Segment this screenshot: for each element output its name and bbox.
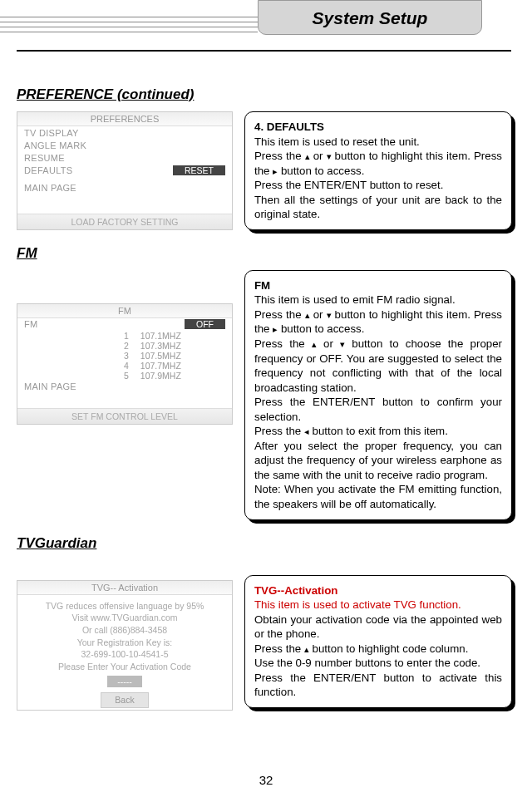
- header-lines: [0, 17, 258, 37]
- box-title: TVG--Activation: [254, 584, 337, 597]
- box-line: Press the ENTER/ENT button to activate t…: [254, 672, 502, 699]
- mock-title: TVG-- Activation: [17, 581, 232, 595]
- screenshot-preferences: PREFERENCES TV DISPLAY ANGLE MARK RESUME…: [17, 111, 233, 230]
- box-title: FM: [254, 279, 270, 292]
- tvg-line: 32-699-100-10-4541-5: [21, 648, 229, 661]
- section-heading-tvguardian: TVGuardian: [17, 535, 515, 552]
- page-number: 32: [0, 773, 532, 787]
- box-line: Press the ENTER/ENT button to reset.: [254, 179, 443, 191]
- mock-item: RESUME: [24, 153, 65, 163]
- tvg-code-field: -----: [107, 676, 141, 688]
- info-box-fm: FM This item is used to emit FM radio si…: [244, 270, 515, 524]
- mock-footer: LOAD FACTORY SETTING: [17, 214, 232, 229]
- box-line: Press the: [254, 150, 305, 162]
- tvg-back-button: Back: [101, 692, 148, 708]
- info-box-defaults: 4. DEFAULTS This item is used to reset t…: [244, 111, 515, 234]
- box-line: This item is used to reset the unit.: [254, 135, 420, 148]
- box-line: Use the 0-9 number buttons to enter the …: [254, 657, 480, 669]
- box-line: Obtain your activation code via the appo…: [254, 613, 502, 641]
- horizontal-rule: [17, 50, 511, 52]
- mock-title: PREFERENCES: [17, 112, 232, 126]
- box-line: Press the ENTER/ENT button to confirm yo…: [254, 396, 502, 423]
- box-title: 4. DEFAULTS: [254, 121, 324, 133]
- mock-value-reset: RESET: [173, 165, 225, 175]
- tvg-line: Please Enter Your Activation Code: [21, 661, 229, 673]
- screenshot-fm: FM FM OFF 1107.1MHZ 2107.3MHZ 3107.5MHZ …: [17, 303, 233, 425]
- box-line: Note: When you activate the FM emitting …: [254, 483, 502, 510]
- mock-item: ANGLE MARK: [24, 140, 86, 150]
- screenshot-tvg: TVG-- Activation TVG reduces offensive l…: [17, 580, 233, 711]
- box-line: Then all the settings of your unit are b…: [254, 194, 502, 221]
- box-line: This item is used to emit FM radio signa…: [254, 293, 456, 306]
- mock-item: MAIN PAGE: [24, 381, 76, 391]
- mock-row-value: OFF: [185, 319, 225, 329]
- tvg-line: Your Registration Key is:: [21, 637, 229, 649]
- mock-item-selected: DEFAULTS: [24, 165, 72, 175]
- section-heading-fm: FM: [17, 245, 515, 262]
- tvg-line: Visit www.TVGuardian.com: [21, 612, 229, 624]
- mock-item: TV DISPLAY: [24, 128, 79, 138]
- tvg-line: TVG reduces offensive language by 95%: [21, 600, 229, 613]
- page-title-tab: System Setup: [258, 0, 482, 35]
- mock-frequency-list: 1107.1MHZ 2107.3MHZ 3107.5MHZ 4107.7MHZ …: [24, 331, 225, 381]
- info-box-tvg: TVG--Activation This item is used to act…: [244, 575, 515, 711]
- section-heading-preference: PREFERENCE (continued): [17, 86, 515, 103]
- box-line: This item is used to activate TVG functi…: [254, 598, 461, 611]
- mock-title: FM: [17, 304, 232, 318]
- mock-row-label: FM: [24, 319, 37, 329]
- mock-item: MAIN PAGE: [24, 183, 76, 193]
- mock-footer: SET FM CONTROL LEVEL: [17, 408, 232, 424]
- tvg-line: Or call (886)884-3458: [21, 624, 229, 637]
- box-line: After you select the proper frequency, y…: [254, 440, 502, 481]
